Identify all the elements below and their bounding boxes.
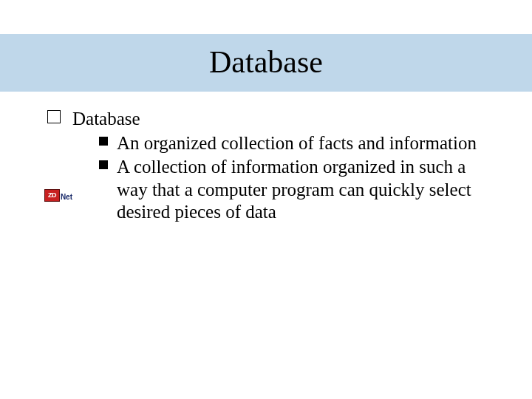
sub-list: An organized collection of facts and inf… — [72, 132, 488, 224]
list-item: Database An organized collection of fact… — [47, 108, 488, 224]
zdnet-badge-main: ZD — [44, 189, 60, 202]
square-outline-bullet-icon — [47, 110, 61, 123]
zdnet-badge: ZD Net — [44, 188, 72, 202]
square-bullet-icon — [99, 160, 108, 169]
list-item-label: Database — [72, 109, 140, 129]
list-item: An organized collection of facts and inf… — [99, 132, 488, 155]
content-area: Database An organized collection of fact… — [0, 92, 532, 224]
title-band: Database — [0, 34, 532, 92]
square-bullet-icon — [99, 137, 108, 146]
zdnet-badge-tail: Net — [61, 193, 72, 202]
list-item: A collection of information organized in… — [99, 156, 488, 224]
list-item-text: An organized collection of facts and inf… — [117, 133, 477, 153]
slide-title: Database — [209, 45, 323, 79]
list-item-text: A collection of information organized in… — [117, 157, 471, 222]
